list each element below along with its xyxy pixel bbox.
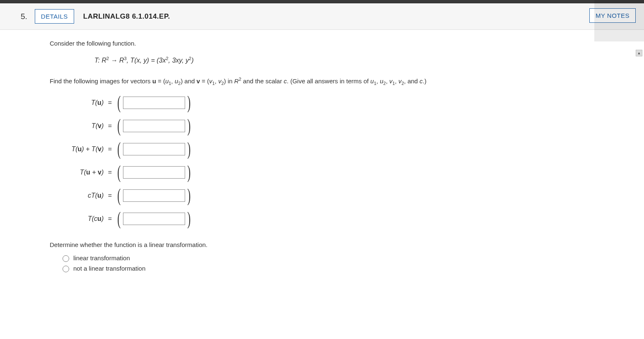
radio-input-1[interactable] — [63, 266, 69, 272]
answer-input-wrap: () — [116, 188, 632, 203]
answer-input-2[interactable] — [123, 143, 185, 155]
answer-input-1[interactable] — [123, 120, 185, 132]
question-code: LARLINALG8 6.1.014.EP. — [83, 12, 170, 21]
answer-label: T(u) = — [50, 99, 116, 107]
radio-input-0[interactable] — [63, 255, 69, 262]
answer-label: T(u) + T(v) = — [50, 145, 116, 153]
radio-group: linear transformationnot a linear transf… — [60, 254, 632, 272]
answer-label: T(cu) = — [50, 215, 116, 223]
details-button[interactable]: DETAILS — [35, 9, 74, 24]
answer-input-wrap: () — [116, 119, 632, 133]
answer-input-wrap: () — [116, 165, 632, 180]
my-notes-button[interactable]: MY NOTES — [589, 8, 636, 23]
answer-label: T(u + v) = — [50, 169, 116, 176]
answer-input-5[interactable] — [123, 213, 185, 225]
answer-input-4[interactable] — [123, 189, 185, 202]
window-top-bar — [0, 0, 644, 3]
determine-text: Determine whether the function is a line… — [50, 240, 632, 250]
right-paren-icon: ) — [187, 119, 191, 133]
right-paren-icon: ) — [187, 188, 191, 203]
answer-input-wrap: () — [116, 142, 632, 157]
answer-input-3[interactable] — [123, 166, 185, 179]
left-paren-icon: ( — [117, 188, 121, 203]
radio-label: linear transformation — [73, 254, 130, 262]
left-paren-icon: ( — [117, 211, 121, 226]
left-paren-icon: ( — [117, 119, 121, 133]
answer-input-wrap: () — [116, 95, 632, 110]
intro-text: Consider the following function. — [50, 39, 632, 48]
instruction-text: Find the following images for vectors u … — [50, 76, 632, 87]
radio-option[interactable]: linear transformation — [60, 254, 632, 262]
radio-option[interactable]: not a linear transformation — [60, 264, 632, 272]
answer-input-wrap: () — [116, 211, 632, 226]
answer-grid: T(u) =()T(v) =()T(u) + T(v) =()T(u + v) … — [50, 95, 632, 226]
function-definition: T: R2 → R3, T(x, y) = (3x2, 3xy, y2) — [94, 56, 632, 64]
answer-label: T(v) = — [50, 122, 116, 130]
left-paren-icon: ( — [117, 95, 121, 110]
right-paren-icon: ) — [187, 142, 191, 157]
answer-input-0[interactable] — [123, 97, 185, 109]
scroll-up-icon[interactable]: ▲ — [636, 50, 642, 56]
question-body: Consider the following function. T: R2 →… — [0, 30, 644, 282]
right-paren-icon: ) — [187, 211, 191, 226]
right-paren-icon: ) — [187, 95, 191, 110]
left-paren-icon: ( — [117, 165, 121, 180]
right-paren-icon: ) — [187, 165, 191, 180]
answer-label: cT(u) = — [50, 192, 116, 199]
left-paren-icon: ( — [117, 142, 121, 157]
question-number: 5. — [21, 12, 27, 21]
radio-label: not a linear transformation — [73, 265, 145, 272]
question-header: 5. DETAILS LARLINALG8 6.1.014.EP. MY NOT… — [0, 3, 644, 30]
